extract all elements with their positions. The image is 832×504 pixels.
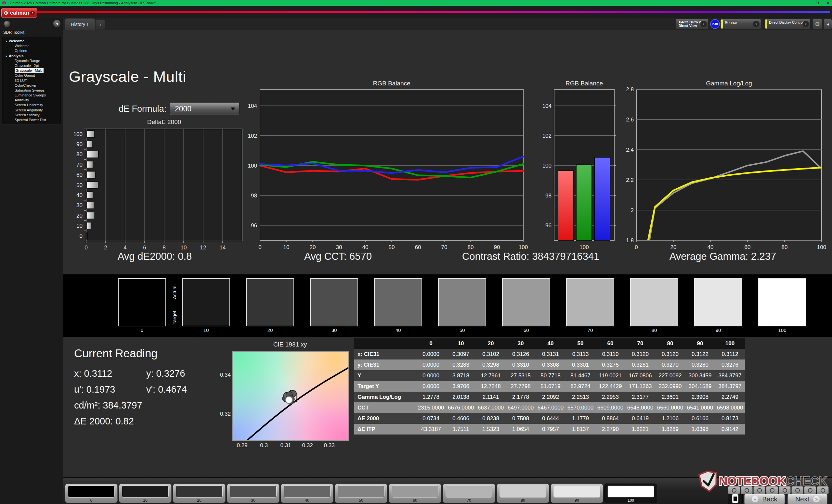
svg-text:4: 4 (124, 245, 126, 251)
cie-x-tick: 0.3 (257, 442, 271, 449)
tree-item[interactable]: Additivity (2, 98, 61, 103)
pattern-option-button[interactable] (779, 486, 791, 494)
de-formula-dropdown[interactable]: 2000 (170, 103, 239, 115)
svg-text:80: 80 (76, 151, 82, 158)
rgb-balance-line-chart: RGB Balance96981001021040102030405060708… (240, 79, 533, 256)
tree-group-analysis[interactable]: ◢Analysis (2, 54, 61, 58)
pattern-option-button[interactable] (753, 486, 765, 494)
pattern-window-icon (732, 494, 738, 503)
close-button[interactable]: ✕ (827, 1, 829, 5)
workspace-tabstrip: History 1 + X-Rite i1Pro 2 Direct View ▼… (63, 18, 832, 30)
device-pattern-button[interactable] (728, 493, 743, 504)
svg-text:8: 8 (162, 245, 165, 251)
display-control-dropdown[interactable]: Direct Display Control ▼ (765, 19, 810, 29)
pattern-level-button-70[interactable]: 70 (443, 483, 495, 503)
tree-item[interactable]: Spectral Power Dist. (2, 117, 61, 122)
pattern-option-button[interactable] (741, 486, 753, 494)
pattern-level-button-40[interactable]: 40 (281, 483, 334, 503)
back-button[interactable]: « Back (744, 494, 785, 504)
current-reading-panel: Current Reading x: 0.3112y: 0.3276u': 0.… (74, 347, 218, 432)
add-tab-button[interactable]: + (96, 20, 105, 30)
gray-swatch-70 (566, 278, 614, 326)
table-row: Y0.00003.871812.796127.531550.771881.446… (354, 370, 745, 381)
svg-text:60: 60 (415, 244, 421, 250)
pattern-level-button-10[interactable]: 10 (119, 483, 172, 503)
collapse-panel-button[interactable]: ◀ (824, 19, 832, 29)
table-col-header: 90 (685, 338, 715, 349)
cie-x-tick: 0.33 (322, 442, 336, 449)
pattern-option-button[interactable] (766, 486, 778, 494)
tree-item[interactable]: Luminance Sweeps (2, 93, 61, 98)
table-row: Gamma Log/Log1.27782.01382.11412.17782.2… (354, 392, 745, 402)
pattern-level-button-60[interactable]: 60 (389, 483, 441, 503)
minimize-button[interactable]: ─ (806, 1, 808, 5)
svg-text:6: 6 (143, 245, 146, 251)
gray-swatch-label: 50 (438, 327, 486, 333)
tree-item[interactable]: 3D LUT (2, 78, 61, 83)
settings-button[interactable]: ⚙ (812, 19, 822, 29)
collapse-sidebar-button[interactable]: ◀ (53, 20, 60, 27)
table-row: y: CIE310.00000.32830.32980.33100.33080.… (354, 360, 745, 370)
calman-menu-button[interactable]: calman ▼ (1, 8, 37, 18)
tree-item[interactable]: Screen Uniformity (2, 103, 61, 108)
pattern-option-button[interactable] (817, 486, 829, 494)
deltae-2000-chart: DeltaE 200010090807060504030201000246810… (65, 117, 254, 254)
tree-item[interactable]: Screen Stability (2, 113, 61, 117)
calman-menu-label: calman (10, 10, 29, 16)
pattern-level-button-80[interactable]: 80 (497, 483, 549, 503)
maximize-button[interactable]: ❐ (816, 1, 819, 5)
pattern-option-button[interactable] (728, 486, 740, 494)
gray-swatch-30 (310, 278, 358, 326)
chevron-down-icon: ▼ (30, 11, 35, 15)
tree-expand-icon[interactable]: ◢ (5, 39, 9, 44)
tree-item[interactable]: Welcome (2, 44, 61, 48)
svg-text:90: 90 (76, 141, 82, 147)
pattern-option-button[interactable] (791, 486, 803, 494)
tree-item[interactable]: Color Gamut (2, 73, 61, 78)
tree-group-welcome[interactable]: ◢Welcome (2, 39, 61, 44)
svg-text:0: 0 (258, 244, 261, 250)
window-title: Calman 2025 Calman Ultimate for Business… (10, 1, 155, 5)
source-dropdown[interactable]: Source ▼ (721, 19, 761, 29)
workflow-dot-button[interactable] (4, 21, 10, 27)
svg-text:2.6: 2.6 (626, 117, 634, 123)
svg-text:50: 50 (76, 182, 82, 188)
svg-text:RGB Balance: RGB Balance (373, 80, 410, 87)
tree-item[interactable]: Dynamic Range (2, 58, 61, 63)
tree-item[interactable]: ColorChecker (2, 83, 61, 88)
svg-text:40: 40 (362, 244, 368, 250)
pattern-level-button-90[interactable]: 90 (550, 483, 603, 503)
chevron-left-icon: ◀ (56, 22, 58, 25)
table-col-header: 30 (506, 338, 536, 349)
svg-text:40: 40 (76, 192, 82, 198)
pattern-level-button-50[interactable]: 50 (335, 483, 387, 503)
table-col-header: 60 (595, 338, 625, 349)
tab-history-1[interactable]: History 1 (65, 19, 95, 30)
cie-chart-title: CIE 1931 xy (232, 341, 348, 348)
pattern-level-button-30[interactable]: 30 (227, 483, 280, 503)
pattern-level-button-0[interactable]: 0 (65, 483, 118, 503)
svg-text:20: 20 (671, 244, 677, 250)
svg-text:10: 10 (76, 223, 82, 229)
svg-text:96: 96 (251, 222, 257, 229)
gear-icon: ⚙ (815, 21, 820, 28)
table-col-header: 10 (446, 338, 476, 349)
stat-contrast-ratio: Contrast Ratio: 384379716341 (462, 251, 599, 262)
stat-average-gamma: Average Gamma: 2.237 (670, 251, 776, 262)
svg-text:100: 100 (74, 131, 82, 137)
pattern-level-button-100[interactable]: 100 (604, 483, 657, 503)
next-button[interactable]: Next » (787, 494, 828, 504)
tree-expand-icon[interactable]: ◢ (5, 54, 9, 58)
cie-x-tick: 0.29 (235, 442, 249, 449)
tree-item[interactable]: Grayscale - Multi (2, 68, 61, 73)
tree-item[interactable]: Grayscale - 2pt (2, 63, 61, 68)
gray-swatch-label: 10 (182, 327, 230, 333)
pattern-level-button-20[interactable]: 20 (173, 483, 226, 503)
tree-item[interactable]: Options (2, 48, 61, 53)
tree-item[interactable]: Saturation Sweeps (2, 88, 61, 93)
double-chevron-right-icon: » (813, 496, 820, 502)
meter-dropdown[interactable]: X-Rite i1Pro 2 Direct View ▼ (676, 19, 708, 29)
pattern-option-button[interactable] (804, 486, 816, 494)
gray-swatch-20 (246, 278, 294, 326)
tree-item[interactable]: Screen Angularity (2, 108, 61, 113)
